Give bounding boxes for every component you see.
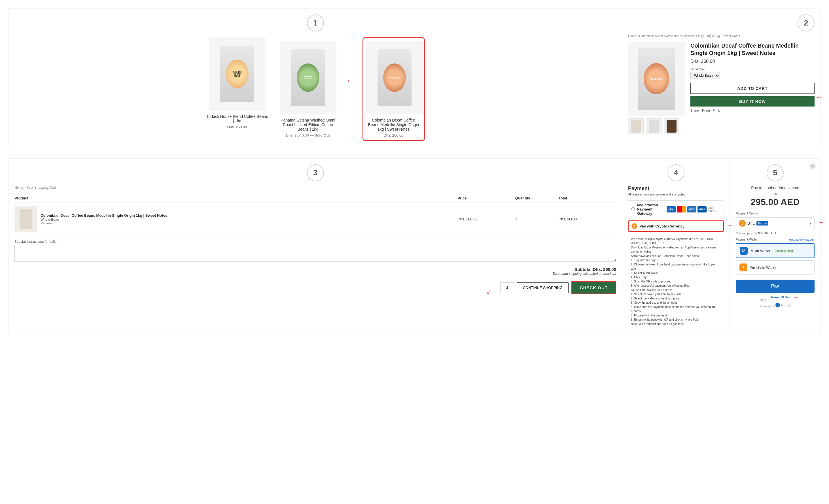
instruction-line-6: 3. Select 'Mixin' wallet [631,271,721,275]
product-image-turkish: TURKISHHOUSEBLEND [209,37,265,111]
onchain-wallet-icon: ₿ [740,264,747,271]
section-3-header: 3 [14,164,616,181]
section-1-product-listing: 1 TURKISHHOUSEBLEND Turkish House Blend … [8,8,622,147]
crypto-option-wrapper: ₿ Pay with Crypto Currency ← [628,221,724,232]
thumb-img-2 [649,120,659,132]
cart-table: Product Price Quantity Total [14,194,616,235]
product-image-panama: PANAMAGEISHA [280,41,336,114]
arrow-buy-now: ← [815,93,823,102]
product-detail: COLOMBIA [628,42,815,134]
payment-option-crypto[interactable]: ₿ Pay with Crypto Currency [628,221,724,232]
btc-badge: Bitcoin [756,221,768,226]
card-logos: VISA AMEX NAPS and more... [666,206,721,212]
thumb-1[interactable] [628,118,644,134]
thumb-2[interactable] [646,118,661,134]
instruction-line-1: We accept multiple crypto-currency payme… [631,237,721,245]
pin-it-label[interactable]: Pin it [713,109,720,112]
coffee-bag-panama: PANAMAGEISHA [291,49,325,106]
mixin-wallet-name: Mixin Wallet [751,249,770,253]
share-label[interactable]: Share [690,109,698,112]
you-will-pay-label: You will pay: 0.00367623 BTC [736,231,815,235]
product-price-colombian: Dhs. 260.00 [366,133,421,138]
mixpay-label: MixPay [781,304,790,307]
instruction-line-7: 4. Click 'Pay' [631,275,721,279]
cart-header-row: Product Price Quantity Total [14,194,616,203]
why-mixin-link[interactable]: Why Mixin Wallet? [789,238,815,242]
cart-item-name: Colombian Decaf Coffee Beans Medellin Si… [40,213,167,218]
instruction-line-13: 3. Copy the address and the amount [631,301,721,305]
onchain-wallet-option[interactable]: ₿ On-chain Wallet [736,260,815,274]
crypto-dropdown-wrapper: ₿ BTC Bitcoin ▾ ← [736,217,815,229]
section-4-header: 4 [628,164,724,181]
arrow-to-checkout: ↙ [486,288,491,296]
crypto-instructions: We accept multiple crypto-currency payme… [628,234,724,329]
cart-item-img-box [14,206,37,232]
tweet-label[interactable]: Tweet [701,109,710,112]
payment-option-myfatoorah[interactable]: MyFatoorah - Payment Gateway VISA AMEX N… [628,200,724,218]
wallet-label: Payment Wallet [736,238,758,241]
cart-item-image [14,206,37,232]
section-1-header: 1 [14,14,616,32]
terms-of-use-link[interactable]: Terms Of Use [770,296,790,299]
product-grid: TURKISHHOUSEBLEND Turkish House Blend Co… [14,37,616,141]
bag-label-colombian: COLOMBIA [383,64,406,92]
thumb-3[interactable] [664,118,679,134]
amex-logo: AMEX [687,206,696,212]
product-name-colombian: Colombian Decaf Coffee Beans Medellin Si… [366,118,421,131]
product-card-panama[interactable]: PANAMAGEISHA Panama Geisha Washed Omni R… [277,41,339,138]
help-link[interactable]: Help [760,298,766,302]
powered-by-label: Powered by [760,305,775,308]
cart-buttons: ↙ ↺ CONTINUE SHOPPING CHECK OUT [14,281,616,294]
special-instructions-input[interactable] [14,245,616,262]
payment-subtitle: All transactions are secure and encrypte… [628,193,724,196]
instruction-line-5: 2. Choose the token from the dropdown me… [631,262,721,271]
checkout-button[interactable]: CHECK OUT [571,281,616,294]
product-image-colombian: COLOMBIA [366,41,423,114]
continue-shopping-button[interactable]: CONTINUE SHOPPING [517,282,569,293]
section-2-header: 2 [628,14,815,32]
add-to-cart-button[interactable]: ADD TO CART [690,83,815,94]
product-card-colombian[interactable]: COLOMBIA Colombian Decaf Coffee Beans Me… [362,37,425,141]
instruction-line-10: To use other wallets, you need to [631,288,721,292]
subtotal-label: Subtotal [575,267,591,272]
product-card-turkish[interactable]: TURKISHHOUSEBLEND Turkish House Blend Co… [206,37,268,141]
cart-item-remove-button[interactable]: Remove [40,222,167,225]
main-image-box: COLOMBIA [628,42,685,116]
crypto-dropdown[interactable]: ₿ BTC Bitcoin ▾ [736,217,815,229]
update-cart-button[interactable]: ↺ [500,282,514,293]
myfatoorah-radio[interactable] [631,207,635,211]
step-5-circle: 5 [767,164,784,181]
pay-button[interactable]: Pay [736,280,815,293]
thumbnail-row [628,118,685,134]
myfatoorah-label: MyFatoorah - Payment Gateway [637,203,666,216]
grind-size-select[interactable]: Whole Bean [690,72,720,79]
section-3-cart: 3 Home › Your Shopping Cart Product Pric… [8,158,622,335]
step-1-circle: 1 [307,14,324,32]
special-instructions-label: Special instructions for seller [14,240,616,244]
breadcrumb-section2: Home › Colombian Decaf Coffee Beans Mede… [628,34,815,38]
instruction-line-11: 1. Select the token you want to pay with [631,292,721,296]
mixin-wallet-icon: M [740,247,748,255]
step-2-circle: 2 [797,14,815,32]
coffee-bag-colombian: COLOMBIA [377,49,411,106]
section-5-pay: 5 ✕ Pay to Lionheadbeans.com Total 295.0… [730,158,821,335]
section-5-header: 5 [736,164,815,181]
social-links: Share Tweet Pin it [690,109,815,112]
buy-it-now-button[interactable]: BUY IT NOW [690,96,815,107]
special-instructions: Special instructions for seller [14,240,616,263]
cart-item-variant: Whole Bean [40,218,167,222]
crypto-icon: ₿ [632,223,637,229]
cart-table-head: Product Price Quantity Total [14,194,616,203]
close-button[interactable]: ✕ [809,163,816,170]
thumb-img-3 [666,120,677,132]
breadcrumb-section3: Home › Your Shopping Cart [14,186,616,190]
product-name-panama: Panama Geisha Washed Omni Roast Limited … [277,118,339,131]
cart-tax-note: Taxes and shipping calculated at checkou… [14,272,616,276]
section-4-payment: 4 Payment All transactions are secure an… [622,158,730,335]
cart-item-cell: Colombian Decaf Coffee Beans Medellin Si… [14,203,458,235]
arrow-crypto-select: ← [818,219,825,226]
pay-to-label: Pay to Lionheadbeans.com [736,186,815,190]
coffee-bag-turkish: TURKISHHOUSEBLEND [220,46,254,102]
mixin-wallet-option[interactable]: M Mixin Wallet Recommended [736,243,815,258]
instruction-line-9: 5. After successful payment you will be … [631,283,721,288]
